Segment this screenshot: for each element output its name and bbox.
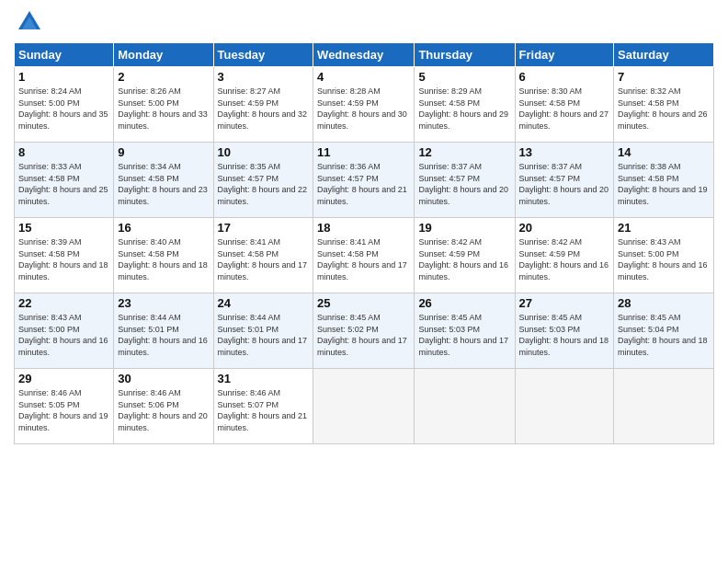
day-number: 19 <box>418 221 510 235</box>
day-number: 27 <box>519 296 610 310</box>
calendar-cell: 12 Sunrise: 8:37 AMSunset: 4:57 PMDaylig… <box>415 143 515 218</box>
day-info: Sunrise: 8:27 AMSunset: 4:59 PMDaylight:… <box>218 86 308 131</box>
day-number: 15 <box>18 221 109 235</box>
calendar-week-1: 1 Sunrise: 8:24 AMSunset: 5:00 PMDayligh… <box>15 67 714 143</box>
calendar-cell: 28 Sunrise: 8:45 AMSunset: 5:04 PMDaylig… <box>614 293 714 369</box>
day-info: Sunrise: 8:45 AMSunset: 5:02 PMDaylight:… <box>317 313 407 357</box>
calendar-header-saturday: Saturday <box>614 43 714 67</box>
calendar-cell: 4 Sunrise: 8:28 AMSunset: 4:59 PMDayligh… <box>313 67 415 143</box>
calendar-week-2: 8 Sunrise: 8:33 AMSunset: 4:58 PMDayligh… <box>15 143 714 218</box>
day-number: 22 <box>18 296 109 310</box>
day-number: 3 <box>218 70 310 84</box>
calendar-cell <box>313 369 415 444</box>
day-number: 1 <box>18 70 109 84</box>
calendar-header-tuesday: Tuesday <box>213 43 313 67</box>
calendar-header-thursday: Thursday <box>415 43 515 67</box>
day-number: 26 <box>418 296 510 310</box>
day-info: Sunrise: 8:29 AMSunset: 4:58 PMDaylight:… <box>418 86 508 131</box>
calendar-cell: 13 Sunrise: 8:37 AMSunset: 4:57 PMDaylig… <box>515 143 614 218</box>
day-number: 9 <box>118 145 209 159</box>
day-number: 10 <box>218 145 310 159</box>
calendar-cell: 23 Sunrise: 8:44 AMSunset: 5:01 PMDaylig… <box>114 293 213 369</box>
day-info: Sunrise: 8:30 AMSunset: 4:58 PMDaylight:… <box>519 86 609 131</box>
calendar-cell: 21 Sunrise: 8:43 AMSunset: 5:00 PMDaylig… <box>614 218 714 293</box>
day-info: Sunrise: 8:43 AMSunset: 5:00 PMDaylight:… <box>618 237 708 282</box>
calendar-header-wednesday: Wednesday <box>313 43 415 67</box>
day-number: 6 <box>519 70 610 84</box>
calendar-cell <box>415 369 515 444</box>
day-info: Sunrise: 8:24 AMSunset: 5:00 PMDaylight:… <box>18 86 108 131</box>
calendar-cell <box>515 369 614 444</box>
calendar-header-sunday: Sunday <box>15 43 114 67</box>
day-info: Sunrise: 8:26 AMSunset: 5:00 PMDaylight:… <box>118 86 208 131</box>
day-number: 14 <box>618 145 710 159</box>
day-info: Sunrise: 8:45 AMSunset: 5:03 PMDaylight:… <box>418 313 508 357</box>
day-number: 7 <box>618 70 710 84</box>
day-number: 31 <box>218 372 310 385</box>
page: SundayMondayTuesdayWednesdayThursdayFrid… <box>0 0 728 563</box>
day-info: Sunrise: 8:41 AMSunset: 4:58 PMDaylight:… <box>317 237 407 282</box>
day-number: 29 <box>18 372 109 385</box>
day-info: Sunrise: 8:37 AMSunset: 4:57 PMDaylight:… <box>418 162 508 206</box>
calendar-cell: 7 Sunrise: 8:32 AMSunset: 4:58 PMDayligh… <box>614 67 714 143</box>
calendar-cell: 10 Sunrise: 8:35 AMSunset: 4:57 PMDaylig… <box>213 143 313 218</box>
day-number: 30 <box>118 372 209 385</box>
day-info: Sunrise: 8:38 AMSunset: 4:58 PMDaylight:… <box>618 162 708 206</box>
day-number: 13 <box>519 145 610 159</box>
calendar-cell: 25 Sunrise: 8:45 AMSunset: 5:02 PMDaylig… <box>313 293 415 369</box>
calendar-cell: 29 Sunrise: 8:46 AMSunset: 5:05 PMDaylig… <box>15 369 114 444</box>
calendar-cell: 17 Sunrise: 8:41 AMSunset: 4:58 PMDaylig… <box>213 218 313 293</box>
logo <box>14 9 42 35</box>
calendar-cell: 30 Sunrise: 8:46 AMSunset: 5:06 PMDaylig… <box>114 369 213 444</box>
calendar-cell: 24 Sunrise: 8:44 AMSunset: 5:01 PMDaylig… <box>213 293 313 369</box>
day-info: Sunrise: 8:28 AMSunset: 4:59 PMDaylight:… <box>317 86 407 131</box>
day-info: Sunrise: 8:32 AMSunset: 4:58 PMDaylight:… <box>618 86 708 131</box>
day-info: Sunrise: 8:41 AMSunset: 4:58 PMDaylight:… <box>218 237 308 282</box>
calendar-header-monday: Monday <box>114 43 213 67</box>
day-info: Sunrise: 8:43 AMSunset: 5:00 PMDaylight:… <box>18 313 108 357</box>
calendar-cell: 14 Sunrise: 8:38 AMSunset: 4:58 PMDaylig… <box>614 143 714 218</box>
day-info: Sunrise: 8:40 AMSunset: 4:58 PMDaylight:… <box>118 237 208 282</box>
day-info: Sunrise: 8:44 AMSunset: 5:01 PMDaylight:… <box>118 313 208 357</box>
day-number: 24 <box>218 296 310 310</box>
day-info: Sunrise: 8:35 AMSunset: 4:57 PMDaylight:… <box>218 162 308 206</box>
day-info: Sunrise: 8:45 AMSunset: 5:04 PMDaylight:… <box>618 313 708 357</box>
calendar-cell: 22 Sunrise: 8:43 AMSunset: 5:00 PMDaylig… <box>15 293 114 369</box>
calendar-cell: 19 Sunrise: 8:42 AMSunset: 4:59 PMDaylig… <box>415 218 515 293</box>
day-number: 20 <box>519 221 610 235</box>
calendar-cell: 6 Sunrise: 8:30 AMSunset: 4:58 PMDayligh… <box>515 67 614 143</box>
day-number: 8 <box>18 145 109 159</box>
day-number: 4 <box>317 70 410 84</box>
day-info: Sunrise: 8:46 AMSunset: 5:07 PMDaylight:… <box>218 388 308 432</box>
day-info: Sunrise: 8:33 AMSunset: 4:58 PMDaylight:… <box>18 162 108 206</box>
calendar-header-row: SundayMondayTuesdayWednesdayThursdayFrid… <box>15 43 714 67</box>
calendar-week-5: 29 Sunrise: 8:46 AMSunset: 5:05 PMDaylig… <box>15 369 714 444</box>
header <box>14 9 714 35</box>
day-info: Sunrise: 8:39 AMSunset: 4:58 PMDaylight:… <box>18 237 108 282</box>
calendar-cell: 26 Sunrise: 8:45 AMSunset: 5:03 PMDaylig… <box>415 293 515 369</box>
calendar-cell: 3 Sunrise: 8:27 AMSunset: 4:59 PMDayligh… <box>213 67 313 143</box>
day-info: Sunrise: 8:42 AMSunset: 4:59 PMDaylight:… <box>519 237 609 282</box>
calendar-cell: 27 Sunrise: 8:45 AMSunset: 5:03 PMDaylig… <box>515 293 614 369</box>
logo-icon <box>17 9 42 35</box>
calendar-cell: 2 Sunrise: 8:26 AMSunset: 5:00 PMDayligh… <box>114 67 213 143</box>
calendar: SundayMondayTuesdayWednesdayThursdayFrid… <box>14 42 714 444</box>
calendar-cell: 15 Sunrise: 8:39 AMSunset: 4:58 PMDaylig… <box>15 218 114 293</box>
calendar-cell: 8 Sunrise: 8:33 AMSunset: 4:58 PMDayligh… <box>15 143 114 218</box>
day-number: 5 <box>418 70 510 84</box>
day-info: Sunrise: 8:42 AMSunset: 4:59 PMDaylight:… <box>418 237 508 282</box>
day-info: Sunrise: 8:44 AMSunset: 5:01 PMDaylight:… <box>218 313 308 357</box>
calendar-cell: 11 Sunrise: 8:36 AMSunset: 4:57 PMDaylig… <box>313 143 415 218</box>
calendar-body: 1 Sunrise: 8:24 AMSunset: 5:00 PMDayligh… <box>15 67 714 444</box>
calendar-cell: 20 Sunrise: 8:42 AMSunset: 4:59 PMDaylig… <box>515 218 614 293</box>
day-number: 18 <box>317 221 410 235</box>
calendar-header-friday: Friday <box>515 43 614 67</box>
calendar-cell: 31 Sunrise: 8:46 AMSunset: 5:07 PMDaylig… <box>213 369 313 444</box>
calendar-cell: 9 Sunrise: 8:34 AMSunset: 4:58 PMDayligh… <box>114 143 213 218</box>
day-number: 25 <box>317 296 410 310</box>
day-number: 17 <box>218 221 310 235</box>
day-number: 2 <box>118 70 209 84</box>
day-number: 28 <box>618 296 710 310</box>
day-number: 12 <box>418 145 510 159</box>
calendar-cell <box>614 369 714 444</box>
